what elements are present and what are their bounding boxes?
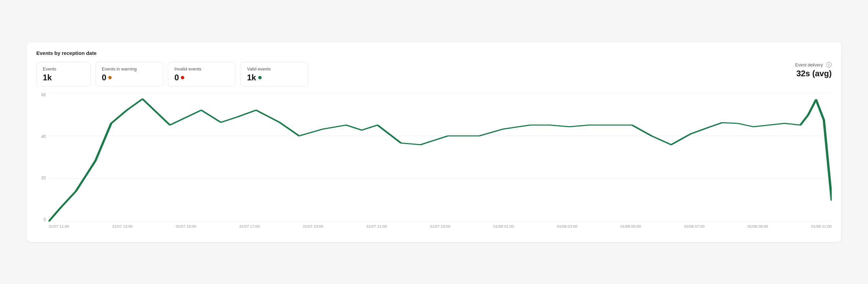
metric-events-label: Events — [43, 66, 83, 72]
x-label-12: 01/08 11:00 — [811, 224, 832, 228]
y-label-60: 60 — [41, 93, 46, 97]
x-label-3: 31/07 17:00 — [239, 224, 260, 228]
metric-warning: Events in warning 0 — [95, 62, 163, 87]
metric-invalid-value: 0 — [174, 73, 229, 82]
metric-invalid-label: Invalid events — [174, 66, 229, 72]
x-label-1: 31/07 13:00 — [112, 224, 133, 228]
x-label-9: 01/08 05:00 — [620, 224, 641, 228]
valid-dot — [258, 76, 262, 79]
x-label-7: 01/08 01:00 — [493, 224, 514, 228]
metric-valid-label: Valid events — [247, 66, 301, 72]
chart-area: 60 40 20 0 31/07 11:00 31/07 13:00 31/07… — [36, 93, 832, 235]
main-card: Events by reception date Events 1k Event… — [27, 42, 841, 242]
metric-delivery: Event delivery i 32s (avg) — [795, 62, 832, 87]
y-label-0: 0 — [43, 218, 46, 222]
x-label-11: 01/08 09:00 — [748, 224, 768, 228]
card-title: Events by reception date — [36, 50, 832, 56]
x-label-6: 31/07 23:00 — [430, 224, 451, 228]
x-label-2: 31/07 15:00 — [176, 224, 196, 228]
x-label-10: 01/08 07:00 — [684, 224, 705, 228]
metric-valid: Valid events 1k — [241, 62, 308, 87]
x-label-0: 31/07 11:00 — [49, 224, 69, 228]
metric-delivery-value: 32s (avg) — [795, 69, 832, 78]
y-label-20: 20 — [41, 176, 46, 180]
metric-warning-value: 0 — [102, 73, 156, 82]
chart-svg — [49, 93, 832, 222]
metric-events: Events 1k — [36, 62, 91, 87]
invalid-dot — [181, 76, 184, 79]
metric-delivery-label: Event delivery i — [795, 62, 832, 67]
x-label-4: 31/07 19:00 — [303, 224, 323, 228]
x-label-5: 31/07 21:00 — [366, 224, 387, 228]
info-icon[interactable]: i — [826, 62, 832, 67]
metric-invalid: Invalid events 0 — [168, 62, 236, 87]
metrics-row: Events 1k Events in warning 0 Invalid ev… — [36, 62, 832, 87]
x-label-8: 01/08 03:00 — [557, 224, 578, 228]
metric-events-value: 1k — [43, 73, 83, 82]
metric-valid-value: 1k — [247, 73, 301, 82]
x-axis: 31/07 11:00 31/07 13:00 31/07 15:00 31/0… — [49, 222, 832, 235]
chart-inner — [49, 93, 832, 222]
warning-dot — [108, 76, 112, 79]
y-label-40: 40 — [41, 135, 46, 139]
y-axis: 60 40 20 0 — [36, 93, 49, 222]
chart-line — [49, 99, 832, 222]
metric-warning-label: Events in warning — [102, 66, 156, 72]
